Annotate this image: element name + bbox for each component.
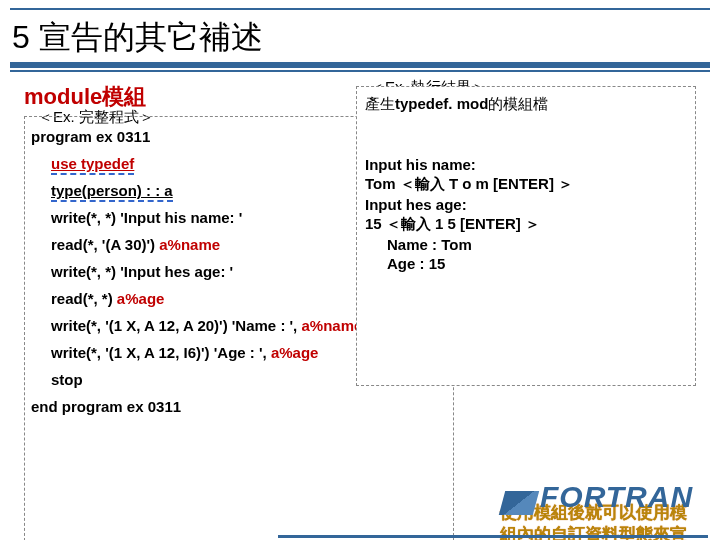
- code-text: read(*, '(A 30)'): [51, 236, 159, 253]
- code-text: read(*, *): [51, 290, 117, 307]
- logo-icon: [502, 491, 536, 515]
- code-text: write(*, '(1 X, A 12, A 20)') 'Name : ',: [51, 317, 301, 334]
- desc-text: 產生: [365, 95, 395, 112]
- content-area: module模組 ＜Ex. 完整程式＞ program ex 0311 use …: [0, 72, 720, 112]
- fortran-logo: FORTRAN: [502, 480, 702, 530]
- code-text: write(*, '(1 X, A 12, I6)') 'Age : ',: [51, 344, 271, 361]
- code-var: a%age: [271, 344, 319, 361]
- result-line: Tom ＜輸入 T o m [ENTER] ＞: [365, 175, 687, 194]
- right-result-box: 產生typedef. mod的模組檔 Input his name: Tom ＜…: [356, 86, 696, 386]
- desc-bold: typedef. mod: [395, 95, 488, 112]
- code-var: a%name: [159, 236, 220, 253]
- decor-line-thick: [10, 62, 710, 68]
- code-line: end program ex 0311: [31, 398, 447, 415]
- footer-bar: [278, 535, 708, 538]
- result-desc: 產生typedef. mod的模組檔: [365, 95, 687, 114]
- result-line: Name : Tom: [387, 236, 687, 253]
- slide-container: 5 宣告的其它補述 module模組 ＜Ex. 完整程式＞ program ex…: [0, 8, 720, 540]
- result-line: 15 ＜輸入 1 5 [ENTER] ＞: [365, 215, 687, 234]
- slide-title: 5 宣告的其它補述: [0, 10, 720, 60]
- code-var: a%age: [117, 290, 165, 307]
- result-line: Input hes age:: [365, 196, 687, 213]
- code-var: a%name: [301, 317, 362, 334]
- code-highlight: use typedef: [51, 155, 134, 175]
- desc-text: 的模組檔: [488, 95, 548, 112]
- logo-text: FORTRAN: [540, 480, 693, 513]
- result-line: Age : 15: [387, 255, 687, 272]
- result-line: Input his name:: [365, 156, 687, 173]
- code-highlight: type(person) : : a: [51, 182, 173, 202]
